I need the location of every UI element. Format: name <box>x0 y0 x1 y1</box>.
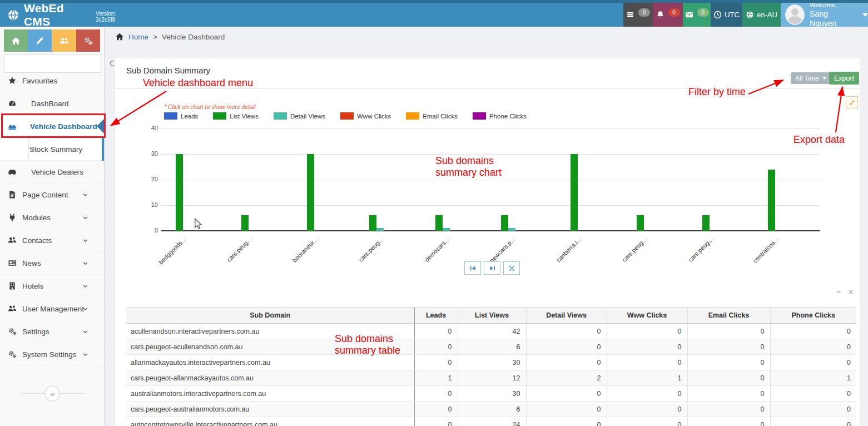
users-icon <box>8 236 18 245</box>
y-tick-label: 40 <box>139 125 158 131</box>
table-row[interactable]: cars.peugeot-allanmackayautos.com.au1122… <box>126 370 856 386</box>
table-row[interactable]: australianmotors.interactivepartners.com… <box>126 386 856 402</box>
value-cell: 0 <box>770 417 856 426</box>
locale-button[interactable]: en-AU <box>742 3 781 27</box>
gauge-icon <box>8 99 18 108</box>
bar-list-views-cars-peug-[interactable] <box>241 215 249 231</box>
bar-detail-views-newcars-p-[interactable] <box>508 228 515 231</box>
table-row[interactable]: allanmackayautos.interactivepartners.com… <box>126 355 856 370</box>
breadcrumb-home-link[interactable]: Home <box>128 33 148 41</box>
gridline <box>161 205 820 206</box>
sidebar-item-user-management[interactable]: User Management <box>0 298 104 320</box>
bar-list-views-democars-[interactable] <box>435 215 443 231</box>
bar-list-views-booraneur-[interactable] <box>307 154 314 231</box>
export-button[interactable]: Export <box>829 72 859 85</box>
legend-swatch <box>406 112 419 120</box>
value-cell: 0 <box>687 370 770 386</box>
chev-down-icon <box>82 260 92 266</box>
sidebar-item-dashboard[interactable]: DashBoard <box>0 92 104 115</box>
brand-logo[interactable]: WebEd CMS Version: 3c2c5f8 <box>0 3 135 27</box>
legend-swatch <box>274 112 287 120</box>
sub-domain-cell: cars.peugeot-acullenandson.com.au <box>126 339 414 355</box>
bar-list-views-centralcoa-[interactable] <box>768 170 775 231</box>
welcome-line2: Sang Nguyen <box>810 9 836 28</box>
sub-domain-table: Sub DomainLeadsList ViewsDetail ViewsWww… <box>126 307 856 426</box>
legend-label: Www Clicks <box>357 113 391 120</box>
messages-count-badge: 0 <box>638 8 650 17</box>
column-header-sub-domain[interactable]: Sub Domain <box>126 308 414 324</box>
legend-swatch <box>340 112 354 120</box>
sidebar-item-system-settings[interactable]: System Settings <box>0 343 104 366</box>
legend-swatch <box>213 112 226 120</box>
chev-down-icon <box>82 306 92 312</box>
column-header-list-views[interactable]: List Views <box>458 308 526 324</box>
value-cell: 0 <box>526 402 607 417</box>
sidebar-item-modules[interactable]: Modules <box>0 206 104 229</box>
sidebar-item-label: News <box>22 259 41 268</box>
bar-list-views-canberra-l-[interactable] <box>571 154 578 231</box>
column-header-phone-clicks[interactable]: Phone Clicks <box>770 308 856 324</box>
bar-detail-views-cars-peug-[interactable] <box>376 228 384 231</box>
table-row[interactable]: cars.peugeot-australianmotors.com.au0600… <box>126 402 856 417</box>
sidebar-item-news[interactable]: News <box>0 252 104 275</box>
bar-detail-views-democars-[interactable] <box>443 228 450 231</box>
value-cell: 1 <box>607 370 687 386</box>
value-cell: 0 <box>526 386 607 402</box>
close-panel-icon[interactable] <box>847 289 854 295</box>
user-menu-button[interactable]: Welcome, Sang Nguyen <box>781 3 868 27</box>
column-header-www-clicks[interactable]: Www Clicks <box>607 308 687 324</box>
globe-logo-icon <box>7 9 19 21</box>
quick-home-button[interactable] <box>4 29 28 52</box>
value-cell: 0 <box>526 324 607 339</box>
chev-down-icon <box>82 192 92 198</box>
value-cell: 0 <box>687 402 770 417</box>
quick-edit-button[interactable] <box>28 29 52 52</box>
sidebar-item-favourites[interactable]: Favourites <box>0 70 104 92</box>
emails-button[interactable]: 0 <box>683 3 711 27</box>
bar-list-views-newcars-p-[interactable] <box>501 215 508 231</box>
sidebar-item-vehicle-dealers[interactable]: Vehicle Dealers <box>0 161 104 184</box>
table-row[interactable]: acullenandson.interactivepartners.com.au… <box>126 324 856 339</box>
fullscreen-chart-button[interactable] <box>846 96 858 108</box>
notifications-button[interactable]: 0 <box>653 3 683 27</box>
bar-list-views-cars-peug-[interactable] <box>369 215 376 231</box>
pager-first-button[interactable] <box>464 261 481 275</box>
sidebar-item-settings[interactable]: Settings <box>0 320 104 343</box>
sidebar-item-contacts[interactable]: Contacts <box>0 229 104 252</box>
chart-legend: LeadsList ViewsDetail ViewsWww ClicksEma… <box>164 112 542 120</box>
value-cell: 0 <box>687 386 770 402</box>
table-row[interactable]: cars.peugeot-acullenandson.com.au060000 <box>126 339 856 355</box>
pager-expand-button[interactable] <box>503 261 520 275</box>
bar-list-views-cars-peug-[interactable] <box>637 215 644 231</box>
value-cell: 0 <box>607 324 687 339</box>
export-button-label: Export <box>834 75 854 82</box>
column-header-leads[interactable]: Leads <box>414 308 458 324</box>
messages-button[interactable]: 0 <box>623 3 653 27</box>
sidebar-item-stock-summary[interactable]: Stock Summary <box>0 138 104 161</box>
bar-list-views-bedggoods-[interactable] <box>176 154 183 231</box>
chev-down-icon <box>82 283 92 289</box>
y-tick-label: 10 <box>139 201 158 208</box>
sidebar-item-page-content[interactable]: Page Content <box>0 184 104 206</box>
quick-settings-button[interactable] <box>76 29 100 52</box>
sidebar-item-hotels[interactable]: Hotels <box>0 275 104 298</box>
gridline <box>161 154 820 155</box>
home-icon <box>115 32 124 41</box>
time-filter-dropdown[interactable]: All Time <box>791 72 831 84</box>
column-header-email-clicks[interactable]: Email Clicks <box>687 308 770 324</box>
sidebar-item-label: Page Content <box>22 191 68 199</box>
value-cell: 0 <box>770 339 856 355</box>
timezone-button[interactable]: UTC <box>711 3 742 27</box>
value-cell: 0 <box>414 324 458 339</box>
column-header-detail-views[interactable]: Detail Views <box>526 308 607 324</box>
sidebar-collapse-button[interactable]: « <box>44 386 60 402</box>
value-cell: 0 <box>770 355 856 370</box>
bar-list-views-cars-peug-[interactable] <box>702 215 710 231</box>
pager-last-button[interactable] <box>484 261 500 275</box>
value-cell: 0 <box>687 355 770 370</box>
sidebar-item-vehicle-dashboard[interactable]: Vehicle Dashboard <box>0 115 104 138</box>
page-title: Sub Domain Summary <box>126 66 210 75</box>
table-row[interactable]: autocentretownsville.interactivepartners… <box>126 417 856 426</box>
quick-users-button[interactable] <box>52 29 76 52</box>
collapse-panel-icon[interactable] <box>835 289 842 295</box>
